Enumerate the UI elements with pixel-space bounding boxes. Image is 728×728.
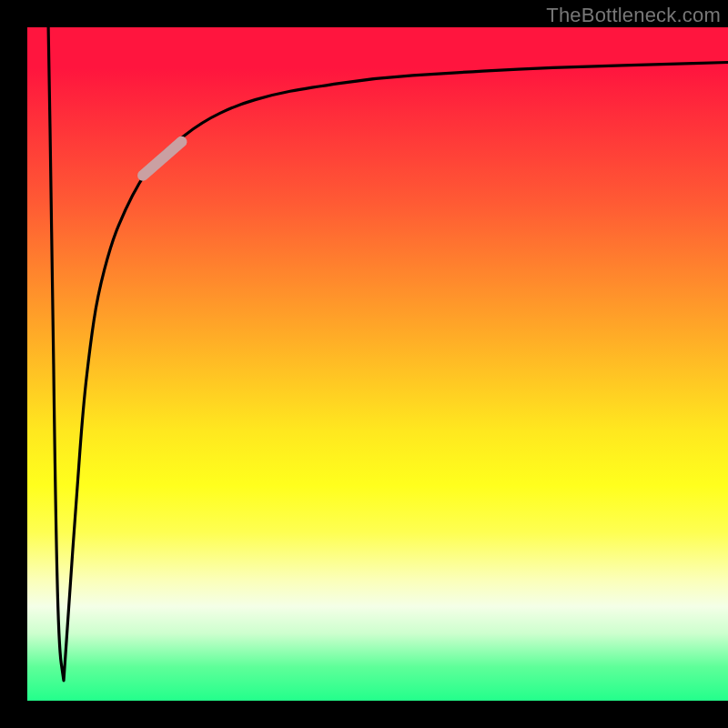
plot-area <box>27 27 728 701</box>
curve-layer <box>27 27 728 701</box>
highlight-path <box>143 142 181 176</box>
chart-stage: TheBottleneck.com <box>0 0 728 728</box>
curve-path <box>48 27 728 681</box>
watermark-text: TheBottleneck.com <box>546 4 721 27</box>
